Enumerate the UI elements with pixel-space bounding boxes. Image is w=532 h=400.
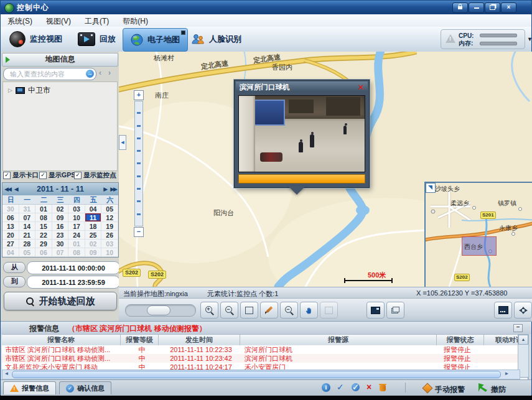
calendar-day[interactable]: 01 — [68, 240, 85, 248]
delete-x-icon[interactable]: × — [366, 382, 371, 392]
circle-check-icon[interactable]: ✓ — [352, 383, 360, 391]
zoom-out-ladder-button[interactable]: − — [134, 227, 144, 237]
calendar-day[interactable]: 07 — [19, 213, 36, 222]
zoom-in-button[interactable]: + — [200, 302, 218, 319]
disarm-arrow-icon[interactable] — [478, 383, 487, 392]
zoom-slider-thumb[interactable] — [147, 305, 170, 315]
calendar-day[interactable]: 05 — [19, 248, 36, 257]
popup-close-icon[interactable]: ✕ — [357, 83, 365, 92]
calendar-day[interactable]: 03 — [68, 205, 85, 213]
to-datetime-input[interactable] — [27, 276, 120, 289]
alarm-table-row[interactable]: 市辖区 滨河所门口球机 移动侦测...中2011-11-11 10:22:33滨… — [2, 345, 519, 354]
calendar-day[interactable]: 30 — [52, 240, 69, 248]
checkbox-icon[interactable]: ✓ — [3, 172, 11, 179]
next-year-icon[interactable]: ▶▶ — [108, 186, 118, 192]
layers-button[interactable] — [386, 302, 404, 319]
tab-alarm-info[interactable]: 报警信息 — [3, 381, 56, 394]
calendar-day[interactable]: 19 — [101, 222, 118, 231]
calendar-day[interactable]: 15 — [35, 222, 52, 231]
search-go-icon[interactable]: → — [86, 70, 94, 78]
measure-button[interactable] — [260, 302, 278, 319]
calendar-day[interactable]: 09 — [85, 248, 102, 257]
calendar-day[interactable]: 28 — [19, 240, 36, 248]
calendar-day[interactable]: 01 — [35, 205, 52, 213]
prev-year-icon[interactable]: ◀◀ — [2, 186, 12, 192]
scroll-up-icon[interactable]: ▲ — [518, 335, 528, 345]
alarm-table-row[interactable]: 文县所监控:禾小安置房门 移动中2011-11-11 10:24:17禾小安置房… — [2, 363, 519, 370]
calendar-day[interactable]: 21 — [19, 231, 36, 240]
prev-month-icon[interactable]: ◀ — [12, 186, 19, 192]
calendar-day[interactable]: 05 — [101, 205, 118, 213]
check-icon[interactable]: ✓ — [337, 382, 344, 392]
menu-item[interactable]: 工具(T) — [78, 14, 116, 27]
zoom-slider[interactable] — [125, 304, 196, 317]
snapshot-button[interactable] — [366, 302, 385, 319]
monitor-wall-button[interactable] — [494, 302, 512, 319]
tree-item-zhongwei[interactable]: ▷ 中卫市 — [3, 85, 50, 96]
calendar-day[interactable]: 08 — [35, 213, 52, 222]
checkbox-icon[interactable]: ✓ — [39, 172, 47, 179]
scroll-right-icon[interactable]: ► — [503, 370, 511, 378]
calendar-day[interactable]: 06 — [2, 213, 19, 222]
search-prev-icon[interactable]: ‹ — [99, 68, 101, 77]
calendar-day[interactable]: 14 — [19, 222, 36, 231]
layer-checkbox[interactable]: ✓显示卡口 — [3, 171, 39, 180]
checkbox-icon[interactable]: ✓ — [74, 172, 82, 179]
video-progress-bar[interactable] — [238, 174, 365, 184]
menu-item[interactable]: 视图(V) — [39, 14, 78, 27]
alarm-column-header[interactable]: 发生时间 — [159, 335, 240, 346]
zoom-ladder-track[interactable] — [134, 101, 143, 226]
restore-button[interactable] — [485, 2, 500, 13]
calendar-day[interactable]: 12 — [101, 213, 118, 222]
zoom-in-ladder-button[interactable]: + — [134, 90, 144, 100]
calendar-day[interactable]: 04 — [85, 205, 102, 213]
calendar-day[interactable]: 04 — [2, 248, 19, 257]
popup-title-bar[interactable]: 滨河所门口球机 ✕ — [236, 81, 368, 93]
region-select-button[interactable] — [320, 302, 338, 319]
rect-select-button[interactable] — [240, 302, 258, 319]
calendar-day[interactable]: 18 — [85, 222, 102, 231]
alarm-table-row[interactable]: 市辖区 滨河所门口球机 移动侦测...中2011-11-11 10:23:42滨… — [2, 354, 519, 363]
sidebar-collapse-arrow[interactable]: ◀ — [119, 135, 126, 150]
zoom-area-button[interactable]: − — [280, 302, 298, 319]
calendar-day[interactable]: 30 — [2, 205, 19, 213]
calendar-day[interactable]: 10 — [101, 248, 118, 257]
calendar-day[interactable]: 24 — [68, 231, 85, 240]
panel-minimize-button[interactable]: – — [513, 324, 523, 332]
tab-face-recognition[interactable]: 人脸识别 — [184, 28, 249, 50]
calendar-day[interactable]: 03 — [101, 240, 118, 248]
panel-play-icon[interactable] — [6, 57, 10, 63]
calendar-day[interactable]: 25 — [85, 231, 102, 240]
hscroll-thumb[interactable] — [12, 371, 501, 378]
alarm-column-header[interactable]: 联动对讲 — [484, 335, 519, 346]
alarm-column-header[interactable]: 报警名称 — [2, 335, 121, 346]
calendar-day[interactable]: 31 — [19, 205, 36, 213]
close-button[interactable]: × — [501, 2, 516, 13]
chevron-down-icon[interactable]: ▼ — [527, 36, 532, 42]
zoom-out-button[interactable]: − — [220, 302, 238, 319]
layer-checkbox[interactable]: ✓显示监控点 — [74, 171, 116, 180]
calendar-day[interactable]: 06 — [35, 248, 52, 257]
calendar-day[interactable]: 02 — [52, 205, 69, 213]
playback-button[interactable]: 回放 — [73, 29, 121, 50]
fullscreen-button[interactable] — [514, 302, 532, 319]
menu-item[interactable]: 帮助(H) — [116, 14, 155, 27]
calendar-day[interactable]: 17 — [68, 222, 85, 231]
alarm-column-header[interactable]: 报警状态 — [437, 335, 484, 346]
from-datetime-input[interactable] — [27, 261, 120, 274]
calendar-day[interactable]: 27 — [2, 240, 19, 248]
scroll-left-icon[interactable]: ◄ — [2, 370, 11, 378]
calendar-day[interactable]: 08 — [68, 248, 85, 257]
calendar-day[interactable]: 02 — [85, 240, 102, 248]
layer-checkbox[interactable]: ✓显示GPS — [39, 171, 75, 180]
calendar-day[interactable]: 23 — [52, 231, 69, 240]
info-icon[interactable]: i — [322, 383, 330, 392]
calendar-day-selected[interactable]: 11 — [85, 213, 102, 222]
calendar-day[interactable]: 07 — [52, 248, 69, 257]
next-month-icon[interactable]: ▶ — [101, 186, 108, 192]
calendar-day[interactable]: 26 — [101, 231, 118, 240]
calendar-day[interactable]: 16 — [52, 222, 69, 231]
manual-alarm-button[interactable]: 手动报警 — [435, 384, 465, 395]
unlock-button[interactable] — [452, 2, 468, 13]
start-track-playback-button[interactable]: 开始轨迹回放 — [4, 292, 117, 310]
